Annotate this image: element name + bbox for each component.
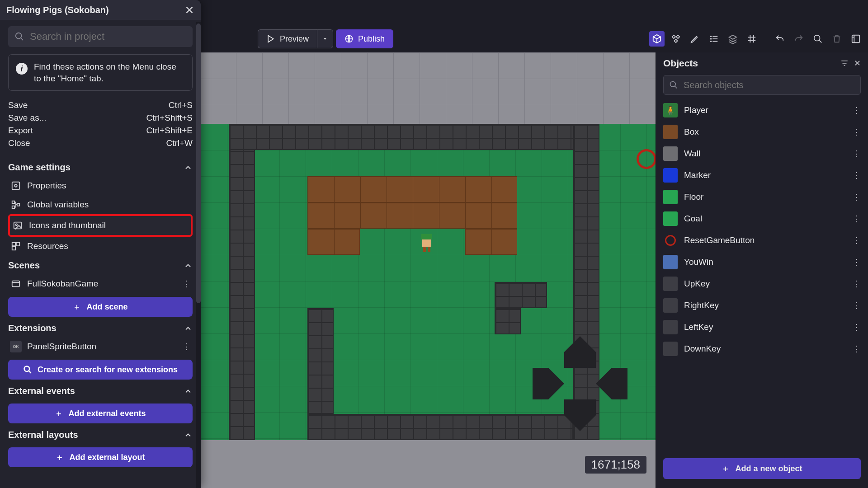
- file-action-save[interactable]: SaveCtrl+S: [8, 99, 193, 112]
- section-external-layouts[interactable]: External layouts: [8, 425, 193, 444]
- list-icon[interactable]: [706, 31, 722, 47]
- object-item[interactable]: Wall⋮: [656, 143, 868, 164]
- plus-icon: ＋: [73, 301, 81, 312]
- more-icon[interactable]: ⋮: [852, 300, 861, 311]
- close-icon[interactable]: ✕: [854, 58, 861, 68]
- object-item[interactable]: YouWin⋮: [656, 251, 868, 273]
- layers-icon[interactable]: [725, 31, 741, 47]
- section-game-settings[interactable]: Game settings: [8, 158, 193, 176]
- info-icon: i: [16, 63, 28, 75]
- object-item[interactable]: RightKey⋮: [656, 295, 868, 316]
- svg-point-5: [814, 35, 820, 41]
- svg-rect-22: [12, 247, 15, 250]
- group-icon[interactable]: [668, 31, 684, 47]
- object-swatch: [663, 168, 678, 183]
- object-item[interactable]: 🧍Player⋮: [656, 99, 868, 121]
- icons-thumbnail-item[interactable]: Icons and thumbnail: [8, 214, 193, 237]
- more-icon[interactable]: ⋮: [852, 192, 861, 202]
- svg-point-4: [711, 41, 712, 42]
- extension-item[interactable]: OK PanelSpriteButton ⋮: [8, 337, 193, 356]
- svg-rect-7: [421, 234, 432, 239]
- objects-title: Objects: [663, 58, 835, 69]
- objects-search[interactable]: [663, 75, 861, 95]
- project-panel: Flowing Pigs (Sokoban) i Find these acti…: [0, 0, 201, 488]
- file-action-export[interactable]: ExportCtrl+Shift+E: [8, 124, 193, 137]
- svg-rect-17: [17, 204, 20, 206]
- ext-icon: OK: [10, 341, 22, 352]
- resources-item[interactable]: Resources: [8, 237, 193, 256]
- more-icon[interactable]: ⋮: [852, 105, 861, 116]
- more-icon[interactable]: ⋮: [182, 279, 191, 289]
- object-swatch: [663, 320, 678, 334]
- scene-item[interactable]: FullSokobanGame ⋮: [8, 274, 193, 293]
- chevron-up-icon: [184, 324, 193, 333]
- add-scene-button[interactable]: ＋ Add scene: [8, 297, 193, 317]
- object-item[interactable]: LeftKey⋮: [656, 316, 868, 338]
- image-icon: [12, 220, 24, 231]
- object-item[interactable]: Marker⋮: [656, 164, 868, 186]
- scrollbar[interactable]: [196, 22, 201, 488]
- add-external-layout-button[interactable]: ＋ Add external layout: [8, 447, 193, 467]
- object-label: Wall: [684, 149, 700, 159]
- objects-search-input[interactable]: [684, 80, 855, 90]
- play-icon: [266, 34, 275, 43]
- svg-point-2: [711, 36, 712, 37]
- more-icon[interactable]: ⋮: [852, 257, 861, 267]
- zoom-icon[interactable]: [810, 31, 826, 47]
- project-title: Flowing Pigs (Sokoban): [6, 5, 109, 15]
- file-action-close[interactable]: CloseCtrl+W: [8, 137, 193, 150]
- project-search[interactable]: [8, 26, 193, 47]
- project-search-input[interactable]: [30, 31, 186, 42]
- object-item[interactable]: Box⋮: [656, 121, 868, 143]
- trash-icon[interactable]: [829, 31, 844, 47]
- grid-icon[interactable]: [744, 31, 760, 47]
- section-scenes[interactable]: Scenes: [8, 256, 193, 274]
- object-item[interactable]: ResetGameButton⋮: [656, 230, 868, 251]
- object-label: Floor: [684, 192, 703, 202]
- properties-item[interactable]: Properties: [8, 176, 193, 195]
- settings2-icon[interactable]: [848, 31, 863, 47]
- file-action-saveas[interactable]: Save as...Ctrl+Shift+S: [8, 112, 193, 124]
- more-icon[interactable]: ⋮: [852, 214, 861, 224]
- scene-icon: [10, 278, 22, 290]
- publish-button[interactable]: Publish: [336, 29, 393, 48]
- object-swatch: [663, 190, 678, 204]
- svg-rect-15: [12, 201, 15, 204]
- svg-rect-18: [14, 222, 22, 229]
- section-external-events[interactable]: External events: [8, 381, 193, 400]
- more-icon[interactable]: ⋮: [852, 170, 861, 181]
- more-icon[interactable]: ⋮: [852, 149, 861, 159]
- more-icon[interactable]: ⋮: [182, 342, 191, 352]
- redo-icon[interactable]: [791, 31, 807, 47]
- object-swatch: [663, 125, 678, 139]
- global-variables-item[interactable]: Global variables: [8, 195, 193, 214]
- undo-icon[interactable]: [772, 31, 788, 47]
- create-extension-button[interactable]: Create or search for new extensions: [8, 360, 193, 380]
- more-icon[interactable]: ⋮: [852, 235, 861, 246]
- close-icon[interactable]: [184, 5, 194, 15]
- svg-rect-8: [422, 239, 431, 247]
- reset-ring[interactable]: [637, 149, 656, 169]
- add-external-events-button[interactable]: ＋ Add external events: [8, 404, 193, 423]
- svg-rect-23: [12, 281, 20, 287]
- object-swatch: 🧍: [663, 103, 678, 117]
- section-extensions[interactable]: Extensions: [8, 319, 193, 337]
- preview-dropdown[interactable]: [317, 29, 333, 48]
- cube-icon[interactable]: [649, 31, 665, 47]
- object-label: Box: [684, 127, 699, 137]
- object-item[interactable]: UpKey⋮: [656, 273, 868, 295]
- filter-icon[interactable]: [840, 59, 849, 67]
- svg-rect-6: [852, 35, 860, 43]
- object-item[interactable]: DownKey⋮: [656, 338, 868, 360]
- add-object-button[interactable]: ＋ Add a new object: [663, 458, 861, 479]
- object-label: LeftKey: [684, 322, 713, 332]
- object-item[interactable]: Floor⋮: [656, 186, 868, 208]
- more-icon[interactable]: ⋮: [852, 127, 861, 137]
- more-icon[interactable]: ⋮: [852, 322, 861, 333]
- chevron-up-icon: [184, 387, 193, 396]
- edit-icon[interactable]: [687, 31, 703, 47]
- more-icon[interactable]: ⋮: [852, 344, 861, 354]
- more-icon[interactable]: ⋮: [852, 279, 861, 289]
- object-item[interactable]: Goal⋮: [656, 208, 868, 230]
- preview-button[interactable]: Preview: [258, 29, 317, 48]
